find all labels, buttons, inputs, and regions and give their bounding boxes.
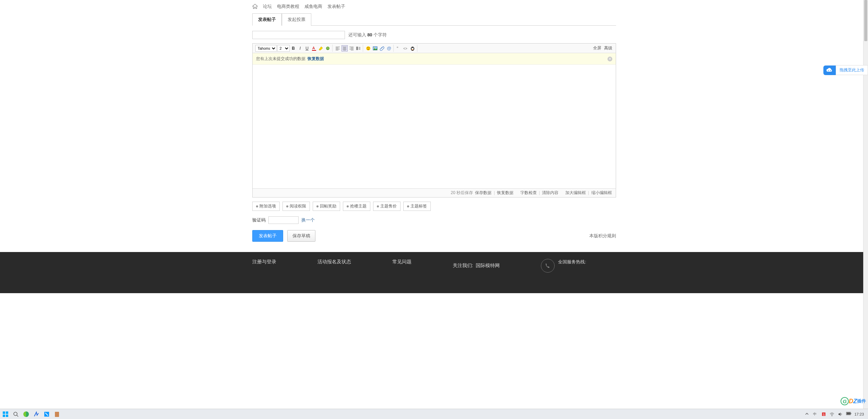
autosave-status: 20 秒后保存 (451, 190, 473, 195)
footer-col-register[interactable]: 注册与登录 (252, 259, 276, 265)
dot-icon (316, 205, 319, 207)
option-read-permission[interactable]: 阅读权限 (282, 202, 310, 211)
browser-scrollbar[interactable] (863, 0, 868, 293)
emoji-button[interactable] (365, 45, 371, 51)
title-row: 还可输入 80 个字符 (252, 31, 616, 39)
restore-link[interactable]: 恢复数据 (308, 56, 324, 62)
submit-row: 发表帖子 保存草稿 本版积分规则 (252, 230, 616, 242)
footer-follow-label: 关注我们: (453, 263, 473, 269)
link-format-button[interactable] (325, 45, 331, 51)
upload-float-widget[interactable]: 拖拽至此上传 (823, 65, 868, 75)
svg-text:A: A (312, 46, 315, 50)
footer-col-faq[interactable]: 常见问题 (392, 259, 412, 265)
separator: | (588, 190, 589, 195)
svg-text:<>: <> (403, 47, 407, 50)
align-right-button[interactable] (348, 45, 355, 51)
tab-new-post[interactable]: 发表帖子 (252, 13, 282, 26)
align-center-button[interactable] (342, 45, 348, 51)
separator: | (494, 190, 495, 195)
restore-data-bar: 您有上次未提交成功的数据 恢复数据 ✕ (253, 53, 616, 65)
at-button[interactable]: @ (386, 45, 392, 51)
breadcrumb-category[interactable]: 电商类教程 (277, 3, 299, 10)
highlight-button[interactable] (318, 45, 324, 51)
cloud-upload-icon[interactable] (823, 65, 836, 75)
italic-button[interactable]: I (297, 45, 303, 51)
dot-icon (286, 205, 288, 207)
tab-new-poll[interactable]: 发起投票 (282, 13, 311, 26)
dot-icon (347, 205, 349, 207)
footer-follow-name: 国际模特网 (476, 263, 500, 269)
site-footer: 注册与登录 活动报名及状态 常见问题 关注我们: 国际模特网 全国服务热线: (0, 252, 868, 293)
opt-label: 附加选项 (259, 203, 276, 209)
editor-container: Tahoma 2 B I U A @ “ (252, 43, 616, 197)
editor-textarea[interactable] (253, 65, 616, 188)
breadcrumb: 论坛 电商类教程 咸鱼电商 发表帖子 (252, 0, 616, 13)
enlarge-editor-link[interactable]: 加大编辑框 (565, 190, 586, 195)
captcha-input[interactable] (268, 216, 299, 224)
breadcrumb-forum[interactable]: 论坛 (263, 3, 272, 10)
fullscreen-toggle[interactable]: 全屏 (593, 45, 601, 51)
captcha-refresh-link[interactable]: 换一个 (301, 217, 315, 223)
dot-icon (256, 205, 258, 207)
save-draft-button[interactable]: 保存草稿 (287, 230, 315, 242)
opt-label: 主题标签 (410, 203, 427, 209)
breadcrumb-current[interactable]: 发表帖子 (327, 3, 345, 10)
dot-icon (377, 205, 379, 207)
attachment-button[interactable] (379, 45, 385, 51)
svg-point-8 (374, 47, 375, 48)
font-color-button[interactable]: A (311, 45, 317, 51)
align-left-button[interactable] (335, 45, 341, 51)
footer-col-activity[interactable]: 活动报名及状态 (317, 259, 351, 265)
shrink-editor-link[interactable]: 缩小编辑框 (591, 190, 612, 195)
home-icon[interactable] (252, 4, 258, 9)
dot-icon (407, 205, 409, 207)
option-topic-price[interactable]: 主题售价 (373, 202, 401, 211)
option-reply-reward[interactable]: 回帖奖励 (313, 202, 340, 211)
float-button[interactable] (355, 45, 361, 51)
qq-button[interactable] (409, 45, 416, 51)
svg-point-4 (366, 46, 370, 50)
svg-point-16 (828, 70, 829, 71)
font-size-select[interactable]: 2 (277, 45, 290, 52)
svg-rect-3 (356, 47, 358, 50)
editor-status-bar: 20 秒后保存 保存数据 | 恢复数据 字数检查 | 清除内容 加大编辑框 | … (253, 188, 616, 197)
phone-icon (541, 259, 555, 273)
close-icon[interactable]: ✕ (607, 57, 612, 61)
svg-rect-1 (312, 50, 316, 51)
option-rush-reply[interactable]: 抢楼主题 (343, 202, 370, 211)
save-data-link[interactable]: 保存数据 (475, 190, 491, 195)
option-topic-tags[interactable]: 主题标签 (403, 202, 431, 211)
clear-content-link[interactable]: 清除内容 (542, 190, 558, 195)
font-name-select[interactable]: Tahoma (255, 45, 277, 52)
opt-label: 主题售价 (380, 203, 397, 209)
char-count-hint: 还可输入 80 个字符 (348, 32, 387, 38)
scrollbar-thumb[interactable] (864, 0, 867, 41)
restore-text: 您有上次未提交成功的数据 (256, 56, 305, 62)
upload-drop-label: 拖拽至此上传 (836, 65, 868, 75)
restore-data-link[interactable]: 恢复数据 (497, 190, 513, 195)
separator: | (539, 190, 540, 195)
word-count-link[interactable]: 字数检查 (520, 190, 537, 195)
svg-point-15 (413, 47, 414, 48)
underline-button[interactable]: U (304, 45, 310, 51)
svg-point-17 (830, 70, 831, 71)
image-button[interactable] (372, 45, 378, 51)
code-button[interactable]: <> (403, 45, 409, 51)
publish-button[interactable]: 发表帖子 (252, 230, 283, 242)
toolbar-right: 全屏 高级 (593, 45, 614, 51)
svg-point-2 (326, 47, 329, 50)
post-options-row: 附加选项 阅读权限 回帖奖励 抢楼主题 主题售价 主题标签 (252, 202, 616, 211)
svg-text:@: @ (387, 46, 391, 51)
quote-button[interactable]: “ (396, 45, 402, 51)
points-rules-link[interactable]: 本版积分规则 (589, 233, 616, 239)
advanced-toggle[interactable]: 高级 (604, 45, 612, 51)
breadcrumb-board[interactable]: 咸鱼电商 (304, 3, 322, 10)
bold-button[interactable]: B (290, 45, 297, 51)
char-hint-suffix: 个字符 (372, 32, 387, 37)
svg-point-14 (412, 47, 412, 48)
post-title-input[interactable] (252, 31, 345, 39)
captcha-label: 验证码 (252, 217, 266, 223)
option-additional[interactable]: 附加选项 (252, 202, 280, 211)
svg-point-6 (369, 47, 369, 48)
char-count-number: 80 (367, 32, 372, 37)
